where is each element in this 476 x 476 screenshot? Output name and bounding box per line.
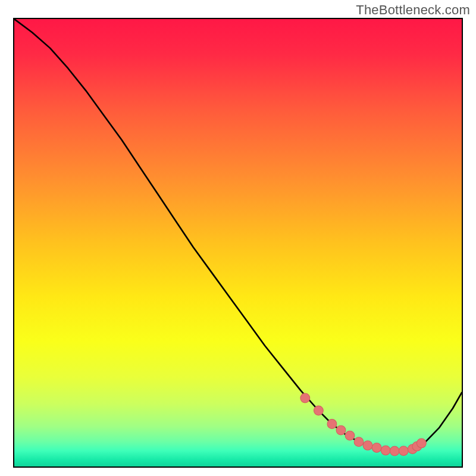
marker-dot: [314, 406, 323, 415]
marker-dot: [416, 439, 426, 448]
marker-dot: [336, 425, 346, 435]
watermark-text: TheBottleneck.com: [356, 2, 470, 18]
marker-dot: [390, 446, 399, 456]
marker-dot: [372, 443, 381, 453]
marker-dot: [300, 393, 310, 403]
marker-dot: [354, 437, 364, 447]
marker-dot: [345, 431, 355, 440]
marker-dot: [399, 446, 408, 456]
marker-dot: [363, 441, 372, 450]
bottleneck-curve: [14, 19, 462, 451]
chart-frame: TheBottleneck.com: [0, 0, 476, 476]
marker-dot: [381, 446, 390, 455]
marker-dot: [327, 419, 337, 429]
highlight-markers: [300, 393, 426, 456]
curve-layer: [14, 19, 462, 466]
plot-area: [13, 18, 463, 468]
